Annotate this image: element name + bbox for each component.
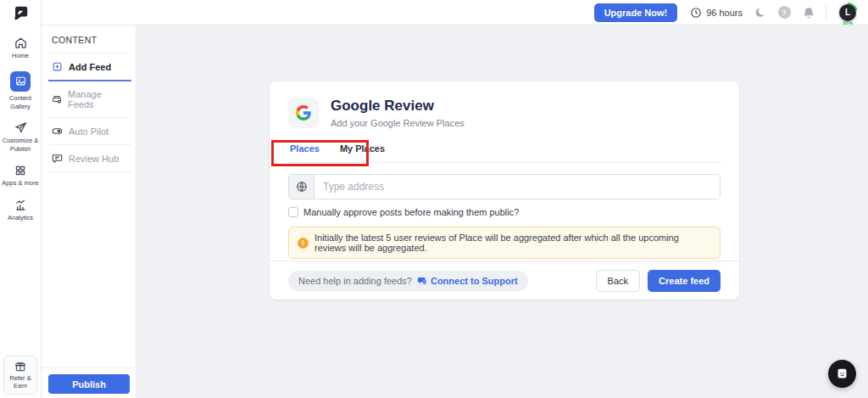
- connect-support-link[interactable]: Connect to Support: [417, 276, 518, 286]
- tab-bar: Places My Places: [288, 140, 721, 163]
- sidebar-item-customize-publish[interactable]: Customize & Publish: [1, 121, 40, 154]
- address-input-group: [288, 174, 721, 199]
- chat-widget-icon: [835, 367, 849, 381]
- help-pill: Need help in adding feeds? Connect to Su…: [288, 271, 528, 291]
- sidebar-item-home[interactable]: Home: [1, 36, 40, 60]
- info-alert: ! Initially the latest 5 user reviews of…: [288, 227, 721, 259]
- globe-icon: [296, 181, 308, 193]
- sidebar-item-add-feed[interactable]: Add Feed: [42, 53, 136, 80]
- chat-widget-button[interactable]: [828, 360, 856, 388]
- content-sidebar: CONTENT Add Feed Manage Feeds Auto Pilot…: [42, 25, 136, 398]
- icon-rail: Home Content Gallery Customize & Publish…: [0, 0, 42, 398]
- support-chat-icon: [417, 276, 427, 286]
- page-title: Google Review: [331, 98, 465, 115]
- tab-my-places[interactable]: My Places: [340, 143, 385, 154]
- publish-area: Publish: [42, 367, 136, 398]
- rail-item-label: Apps & more: [2, 179, 38, 188]
- sidebar-item-auto-pilot[interactable]: Auto Pilot: [42, 118, 136, 144]
- apps-grid-icon: [14, 165, 26, 177]
- trial-hours: 96 hours: [690, 7, 743, 19]
- analytics-icon: [14, 199, 27, 211]
- review-hub-icon: [52, 153, 63, 164]
- brand-logo[interactable]: [0, 0, 41, 25]
- paper-plane-icon: [14, 121, 27, 134]
- divider: [48, 171, 131, 172]
- publish-button[interactable]: Publish: [48, 374, 130, 394]
- gift-icon: [14, 361, 26, 373]
- sidebar-item-label: Auto Pilot: [69, 126, 108, 137]
- upgrade-now-button[interactable]: Upgrade Now!: [594, 3, 678, 22]
- card-header: Google Review Add your Google Review Pla…: [270, 81, 739, 135]
- rail-item-label: Customize & Publish: [1, 137, 40, 154]
- manage-feeds-icon: [52, 94, 62, 105]
- sidebar-item-content-gallery[interactable]: Content Gallery: [1, 71, 40, 111]
- page-subtitle: Add your Google Review Places: [331, 118, 465, 128]
- sidebar-item-review-hub[interactable]: Review Hub: [42, 145, 136, 171]
- warning-icon: !: [298, 238, 309, 249]
- create-feed-button[interactable]: Create feed: [648, 270, 721, 292]
- sidebar-item-apps-more[interactable]: Apps & more: [1, 165, 40, 188]
- moon-icon: [754, 7, 765, 19]
- address-input[interactable]: [314, 175, 720, 199]
- clock-icon: [690, 7, 702, 19]
- manual-approve-label: Manually approve posts before making the…: [303, 207, 519, 217]
- tab-places[interactable]: Places: [290, 143, 320, 154]
- brand-logo-icon: [11, 3, 30, 22]
- auto-pilot-icon: [52, 126, 63, 137]
- rail-item-label: Content Gallery: [1, 94, 40, 111]
- account-menu[interactable]: L 20%: [837, 3, 858, 23]
- card-footer: Need help in adding feeds? Connect to Su…: [270, 261, 739, 300]
- refer-earn-button[interactable]: Refer & Earn: [3, 356, 37, 395]
- rail-item-label: Home: [12, 52, 29, 60]
- notifications-button[interactable]: [801, 5, 816, 20]
- dark-mode-toggle[interactable]: [752, 5, 767, 20]
- help-button[interactable]: ?: [776, 5, 792, 20]
- manual-approve-row: Manually approve posts before making the…: [288, 207, 721, 217]
- help-text: Need help in adding feeds?: [298, 276, 412, 286]
- google-logo-tile: [288, 98, 319, 128]
- address-input-prefix: [289, 175, 314, 199]
- profile-completion-percent: 20%: [837, 20, 858, 25]
- sidebar-item-analytics[interactable]: Analytics: [1, 199, 40, 222]
- topbar-divider: [826, 6, 826, 20]
- add-feed-icon: [52, 61, 63, 72]
- sidebar-item-label: Add Feed: [69, 62, 111, 72]
- home-icon: [14, 36, 27, 49]
- back-button[interactable]: Back: [596, 270, 640, 292]
- rail-item-label: Analytics: [8, 214, 33, 222]
- card-title-block: Google Review Add your Google Review Pla…: [331, 98, 465, 128]
- manual-approve-checkbox[interactable]: [288, 207, 298, 217]
- bell-icon: [803, 7, 815, 19]
- help-icon: ?: [778, 6, 791, 19]
- sidebar-item-manage-feeds[interactable]: Manage Feeds: [42, 81, 136, 117]
- topbar: Upgrade Now! 96 hours ? L 20%: [42, 0, 868, 25]
- card-body: Manually approve posts before making the…: [270, 163, 739, 259]
- sidebar-item-label: Review Hub: [69, 154, 119, 164]
- google-review-card: Google Review Add your Google Review Pla…: [270, 81, 739, 300]
- sidebar-item-label: Manage Feeds: [68, 89, 125, 109]
- avatar: L: [839, 4, 856, 21]
- connect-support-label: Connect to Support: [431, 276, 518, 286]
- content-gallery-icon: [10, 71, 31, 92]
- trial-hours-label: 96 hours: [706, 8, 743, 18]
- refer-earn-label: Refer & Earn: [6, 374, 35, 391]
- google-g-icon: [295, 104, 312, 121]
- info-alert-text: Initially the latest 5 user reviews of P…: [314, 233, 711, 253]
- sidebar-section-title: CONTENT: [42, 25, 136, 53]
